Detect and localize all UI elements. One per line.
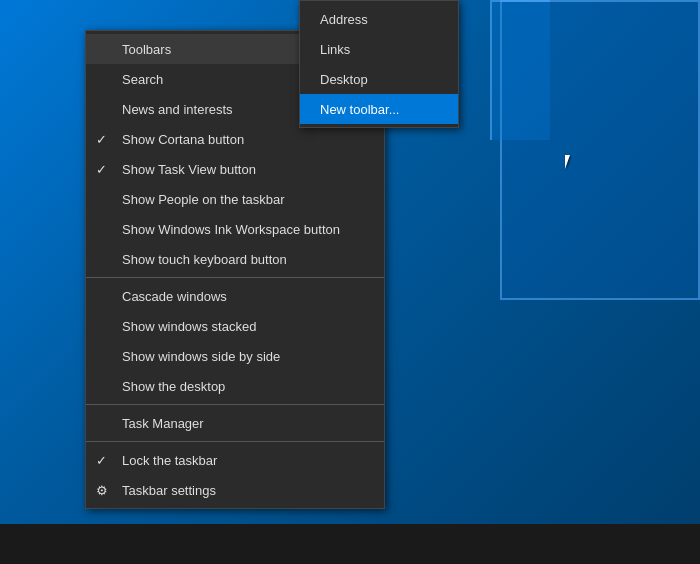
menu-item-keyboard[interactable]: Show touch keyboard button — [86, 244, 384, 274]
new-toolbar-label: New toolbar... — [320, 102, 400, 117]
people-label: Show People on the taskbar — [122, 192, 285, 207]
lock-label: Lock the taskbar — [122, 453, 217, 468]
separator-1 — [86, 277, 384, 278]
cortana-check: ✓ — [96, 132, 107, 147]
ink-label: Show Windows Ink Workspace button — [122, 222, 340, 237]
separator-3 — [86, 441, 384, 442]
menu-item-cortana[interactable]: ✓ Show Cortana button — [86, 124, 384, 154]
keyboard-label: Show touch keyboard button — [122, 252, 287, 267]
menu-item-sidebyside[interactable]: Show windows side by side — [86, 341, 384, 371]
news-label: News and interests — [122, 102, 233, 117]
lock-check: ✓ — [96, 453, 107, 468]
menu-item-cascade[interactable]: Cascade windows — [86, 281, 384, 311]
toolbars-label: Toolbars — [122, 42, 171, 57]
menu-item-lock[interactable]: ✓ Lock the taskbar — [86, 445, 384, 475]
links-label: Links — [320, 42, 350, 57]
settings-label: Taskbar settings — [122, 483, 216, 498]
cortana-label: Show Cortana button — [122, 132, 244, 147]
menu-item-people[interactable]: Show People on the taskbar — [86, 184, 384, 214]
menu-item-taskview[interactable]: ✓ Show Task View button — [86, 154, 384, 184]
menu-item-taskmanager[interactable]: Task Manager — [86, 408, 384, 438]
separator-2 — [86, 404, 384, 405]
desktop: Toolbars Search News and interests ✓ Sho… — [0, 0, 700, 564]
submenu-item-new-toolbar[interactable]: New toolbar... — [300, 94, 458, 124]
taskmanager-label: Task Manager — [122, 416, 204, 431]
menu-item-ink[interactable]: Show Windows Ink Workspace button — [86, 214, 384, 244]
desktop-tb-label: Desktop — [320, 72, 368, 87]
cascade-label: Cascade windows — [122, 289, 227, 304]
menu-item-showdesktop[interactable]: Show the desktop — [86, 371, 384, 401]
search-label: Search — [122, 72, 163, 87]
stacked-label: Show windows stacked — [122, 319, 256, 334]
taskview-check: ✓ — [96, 162, 107, 177]
menu-item-settings[interactable]: ⚙ Taskbar settings — [86, 475, 384, 505]
submenu-toolbars: Address Links Desktop New toolbar... — [299, 0, 459, 128]
submenu-item-links[interactable]: Links — [300, 34, 458, 64]
gear-icon: ⚙ — [96, 483, 108, 498]
submenu-item-desktop[interactable]: Desktop — [300, 64, 458, 94]
taskbar[interactable] — [0, 524, 700, 564]
taskview-label: Show Task View button — [122, 162, 256, 177]
sidebyside-label: Show windows side by side — [122, 349, 280, 364]
address-label: Address — [320, 12, 368, 27]
submenu-item-address[interactable]: Address — [300, 4, 458, 34]
window-decoration-2 — [490, 0, 550, 140]
menu-item-stacked[interactable]: Show windows stacked — [86, 311, 384, 341]
showdesktop-label: Show the desktop — [122, 379, 225, 394]
